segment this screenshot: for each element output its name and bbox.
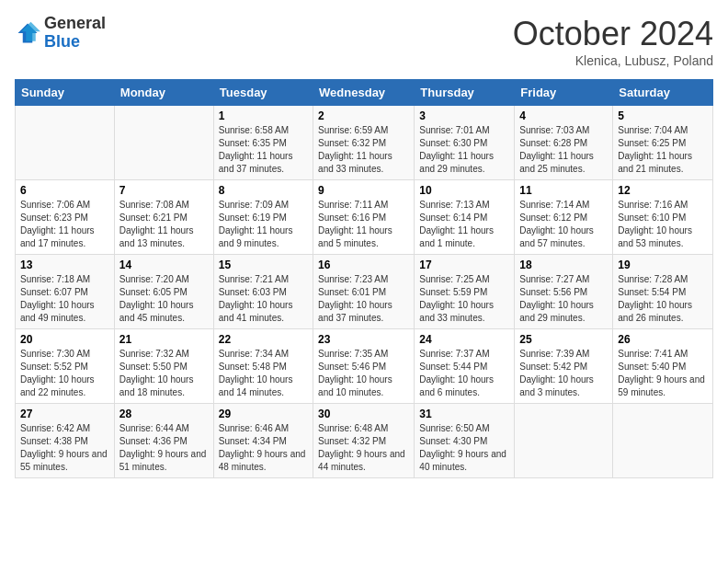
calendar-cell: 10Sunrise: 7:13 AMSunset: 6:14 PMDayligh…	[415, 180, 515, 255]
logo-general-text: General	[44, 14, 106, 32]
day-detail: Sunrise: 6:48 AMSunset: 4:32 PMDaylight:…	[318, 422, 409, 474]
day-number: 19	[618, 259, 708, 271]
day-number: 14	[119, 259, 209, 271]
calendar-cell: 13Sunrise: 7:18 AMSunset: 6:07 PMDayligh…	[16, 255, 115, 329]
calendar-title: October 2024	[513, 15, 713, 53]
day-detail: Sunrise: 7:27 AMSunset: 5:56 PMDaylight:…	[519, 273, 608, 325]
day-detail: Sunrise: 7:06 AMSunset: 6:23 PMDaylight:…	[20, 199, 109, 250]
day-detail: Sunrise: 6:46 AMSunset: 4:34 PMDaylight:…	[219, 422, 308, 474]
day-detail: Sunrise: 7:34 AMSunset: 5:48 PMDaylight:…	[219, 348, 308, 399]
week-row-5: 27Sunrise: 6:42 AMSunset: 4:38 PMDayligh…	[16, 404, 713, 478]
calendar-cell	[515, 404, 613, 478]
day-number: 13	[20, 259, 109, 271]
calendar-cell: 2Sunrise: 6:59 AMSunset: 6:32 PMDaylight…	[313, 106, 415, 180]
day-detail: Sunrise: 7:37 AMSunset: 5:44 PMDaylight:…	[419, 348, 509, 399]
logo-icon	[15, 20, 40, 46]
day-detail: Sunrise: 7:11 AMSunset: 6:16 PMDaylight:…	[318, 199, 409, 250]
day-number: 27	[20, 408, 109, 420]
calendar-cell: 21Sunrise: 7:32 AMSunset: 5:50 PMDayligh…	[114, 329, 213, 404]
calendar-cell: 14Sunrise: 7:20 AMSunset: 6:05 PMDayligh…	[114, 255, 213, 329]
day-detail: Sunrise: 6:58 AMSunset: 6:35 PMDaylight:…	[219, 124, 308, 176]
day-number: 8	[219, 184, 308, 197]
week-row-3: 13Sunrise: 7:18 AMSunset: 6:07 PMDayligh…	[16, 255, 713, 329]
weekday-header-friday: Friday	[515, 80, 613, 106]
weekday-header-saturday: Saturday	[613, 80, 713, 106]
day-number: 20	[20, 333, 109, 346]
day-number: 26	[618, 333, 708, 346]
day-detail: Sunrise: 7:14 AMSunset: 6:12 PMDaylight:…	[519, 199, 608, 250]
day-detail: Sunrise: 7:18 AMSunset: 6:07 PMDaylight:…	[20, 273, 109, 325]
day-detail: Sunrise: 7:32 AMSunset: 5:50 PMDaylight:…	[119, 348, 209, 399]
day-detail: Sunrise: 6:42 AMSunset: 4:38 PMDaylight:…	[20, 422, 109, 474]
calendar-cell: 8Sunrise: 7:09 AMSunset: 6:19 PMDaylight…	[213, 180, 313, 255]
weekday-header-tuesday: Tuesday	[213, 80, 313, 106]
calendar-cell: 7Sunrise: 7:08 AMSunset: 6:21 PMDaylight…	[114, 180, 213, 255]
calendar-cell: 26Sunrise: 7:41 AMSunset: 5:40 PMDayligh…	[613, 329, 713, 404]
calendar-cell: 20Sunrise: 7:30 AMSunset: 5:52 PMDayligh…	[16, 329, 115, 404]
calendar-subtitle: Klenica, Lubusz, Poland	[513, 53, 713, 68]
day-detail: Sunrise: 7:41 AMSunset: 5:40 PMDaylight:…	[618, 348, 708, 399]
logo-blue-text: Blue	[44, 32, 80, 51]
weekday-header-sunday: Sunday	[16, 80, 115, 106]
day-detail: Sunrise: 7:25 AMSunset: 5:59 PMDaylight:…	[419, 273, 509, 325]
day-detail: Sunrise: 6:59 AMSunset: 6:32 PMDaylight:…	[318, 124, 409, 176]
calendar-cell: 3Sunrise: 7:01 AMSunset: 6:30 PMDaylight…	[415, 106, 515, 180]
day-number: 11	[519, 184, 608, 197]
calendar-cell: 9Sunrise: 7:11 AMSunset: 6:16 PMDaylight…	[313, 180, 415, 255]
week-row-4: 20Sunrise: 7:30 AMSunset: 5:52 PMDayligh…	[16, 329, 713, 404]
calendar-cell: 31Sunrise: 6:50 AMSunset: 4:30 PMDayligh…	[415, 404, 515, 478]
day-number: 6	[20, 184, 109, 197]
day-number: 15	[219, 259, 308, 271]
calendar-cell	[114, 106, 213, 180]
day-detail: Sunrise: 7:30 AMSunset: 5:52 PMDaylight:…	[20, 348, 109, 399]
day-number: 3	[419, 109, 509, 122]
day-number: 2	[318, 109, 409, 122]
calendar-cell: 12Sunrise: 7:16 AMSunset: 6:10 PMDayligh…	[613, 180, 713, 255]
calendar-cell: 5Sunrise: 7:04 AMSunset: 6:25 PMDaylight…	[613, 106, 713, 180]
day-number: 24	[419, 333, 509, 346]
calendar-cell: 24Sunrise: 7:37 AMSunset: 5:44 PMDayligh…	[415, 329, 515, 404]
weekday-header-wednesday: Wednesday	[313, 80, 415, 106]
day-number: 29	[219, 408, 308, 420]
weekday-header-row: SundayMondayTuesdayWednesdayThursdayFrid…	[16, 80, 713, 106]
calendar-cell: 4Sunrise: 7:03 AMSunset: 6:28 PMDaylight…	[515, 106, 613, 180]
day-number: 5	[618, 109, 708, 122]
calendar-cell: 11Sunrise: 7:14 AMSunset: 6:12 PMDayligh…	[515, 180, 613, 255]
weekday-header-thursday: Thursday	[415, 80, 515, 106]
day-number: 18	[519, 259, 608, 271]
day-detail: Sunrise: 7:16 AMSunset: 6:10 PMDaylight:…	[618, 199, 708, 250]
day-detail: Sunrise: 7:01 AMSunset: 6:30 PMDaylight:…	[419, 124, 509, 176]
day-detail: Sunrise: 7:09 AMSunset: 6:19 PMDaylight:…	[219, 199, 308, 250]
day-number: 25	[519, 333, 608, 346]
calendar-cell: 28Sunrise: 6:44 AMSunset: 4:36 PMDayligh…	[114, 404, 213, 478]
day-number: 31	[419, 408, 509, 420]
day-number: 4	[519, 109, 608, 122]
day-number: 21	[119, 333, 209, 346]
logo: General Blue	[15, 15, 106, 52]
weekday-header-monday: Monday	[114, 80, 213, 106]
day-detail: Sunrise: 6:50 AMSunset: 4:30 PMDaylight:…	[419, 422, 509, 474]
calendar-cell	[16, 106, 115, 180]
calendar-cell	[613, 404, 713, 478]
day-detail: Sunrise: 7:20 AMSunset: 6:05 PMDaylight:…	[119, 273, 209, 325]
day-number: 22	[219, 333, 308, 346]
day-number: 10	[419, 184, 509, 197]
calendar-cell: 15Sunrise: 7:21 AMSunset: 6:03 PMDayligh…	[213, 255, 313, 329]
day-number: 17	[419, 259, 509, 271]
calendar-cell: 17Sunrise: 7:25 AMSunset: 5:59 PMDayligh…	[415, 255, 515, 329]
title-block: October 2024 Klenica, Lubusz, Poland	[513, 15, 713, 68]
calendar-cell: 1Sunrise: 6:58 AMSunset: 6:35 PMDaylight…	[213, 106, 313, 180]
calendar-cell: 29Sunrise: 6:46 AMSunset: 4:34 PMDayligh…	[213, 404, 313, 478]
day-number: 23	[318, 333, 409, 346]
day-number: 28	[119, 408, 209, 420]
day-detail: Sunrise: 7:08 AMSunset: 6:21 PMDaylight:…	[119, 199, 209, 250]
day-detail: Sunrise: 7:23 AMSunset: 6:01 PMDaylight:…	[318, 273, 409, 325]
day-number: 7	[119, 184, 209, 197]
day-number: 1	[219, 109, 308, 122]
day-detail: Sunrise: 7:21 AMSunset: 6:03 PMDaylight:…	[219, 273, 308, 325]
day-detail: Sunrise: 7:04 AMSunset: 6:25 PMDaylight:…	[618, 124, 708, 176]
day-detail: Sunrise: 7:28 AMSunset: 5:54 PMDaylight:…	[618, 273, 708, 325]
day-number: 16	[318, 259, 409, 271]
calendar-cell: 19Sunrise: 7:28 AMSunset: 5:54 PMDayligh…	[613, 255, 713, 329]
calendar-cell: 23Sunrise: 7:35 AMSunset: 5:46 PMDayligh…	[313, 329, 415, 404]
